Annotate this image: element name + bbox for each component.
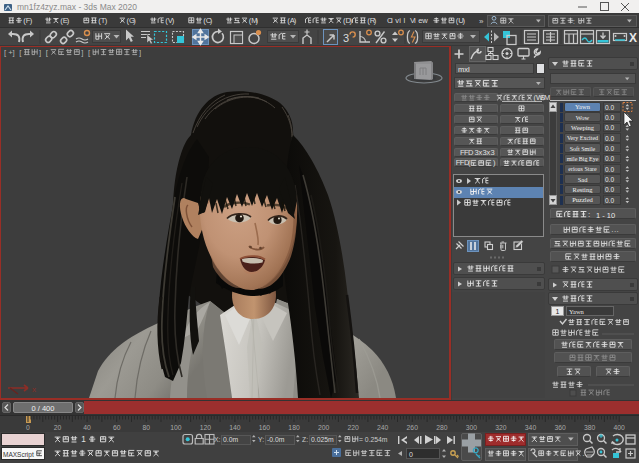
svg-text:i: i xyxy=(391,16,393,25)
svg-text:1: 1 xyxy=(81,435,86,444)
svg-text:= 0.254m: = 0.254m xyxy=(359,436,388,443)
svg-text:[: [ xyxy=(46,48,49,57)
svg-text:1: 1 xyxy=(556,308,560,315)
svg-text:mile Big Eye: mile Big Eye xyxy=(567,156,599,162)
svg-text:(: ( xyxy=(468,158,471,167)
svg-text:220: 220 xyxy=(347,424,359,431)
svg-text:1 - 10: 1 - 10 xyxy=(596,211,615,220)
svg-text:]: ] xyxy=(81,48,83,57)
svg-text:Puzzled: Puzzled xyxy=(572,196,593,203)
svg-text:X:: X: xyxy=(214,436,221,443)
svg-text:): ) xyxy=(67,16,70,25)
svg-text:360: 360 xyxy=(554,424,566,431)
svg-text:MAXScript: MAXScript xyxy=(3,451,34,459)
svg-text:]: ] xyxy=(12,48,14,57)
svg-text:Weeping: Weeping xyxy=(571,124,595,131)
svg-text:M: M xyxy=(544,93,550,102)
svg-text:[: [ xyxy=(4,48,7,57)
svg-text:Soft Smile: Soft Smile xyxy=(570,146,596,152)
svg-text:3: 3 xyxy=(343,32,349,44)
svg-text:0: 0 xyxy=(409,451,413,458)
svg-text:[: [ xyxy=(19,48,22,57)
svg-text:0.0: 0.0 xyxy=(605,155,614,162)
svg-text:300: 300 xyxy=(466,424,478,431)
svg-text:180: 180 xyxy=(288,424,300,431)
svg-text:): ) xyxy=(374,16,377,25)
svg-text:0.0: 0.0 xyxy=(605,104,614,111)
svg-text:160: 160 xyxy=(259,424,271,431)
svg-text:Z:: Z: xyxy=(302,436,308,443)
svg-text:Resting: Resting xyxy=(573,186,594,193)
svg-text:): ) xyxy=(133,16,136,25)
svg-text:»: » xyxy=(479,17,484,26)
svg-text:120: 120 xyxy=(200,424,212,431)
svg-text:0.0: 0.0 xyxy=(605,135,614,142)
svg-text:erious Stare: erious Stare xyxy=(568,166,597,172)
svg-text::: : xyxy=(588,210,590,219)
svg-text:100: 100 xyxy=(170,424,182,431)
svg-text:): ) xyxy=(255,16,258,25)
svg-text:380: 380 xyxy=(584,424,596,431)
svg-text:): ) xyxy=(105,16,108,25)
svg-text:[: [ xyxy=(88,48,91,57)
svg-text:0.025m: 0.025m xyxy=(311,436,334,443)
svg-text:Yawn: Yawn xyxy=(575,103,591,110)
svg-text:80: 80 xyxy=(142,424,150,431)
svg-text:D: D xyxy=(468,148,474,157)
svg-text:): ) xyxy=(493,158,496,167)
svg-text:): ) xyxy=(210,16,213,25)
svg-text:X: X xyxy=(629,31,637,45)
svg-text:Y:: Y: xyxy=(258,436,264,443)
svg-text:]: ] xyxy=(39,48,41,57)
svg-text:i: i xyxy=(414,16,416,25)
svg-text:0.0m: 0.0m xyxy=(223,436,238,443)
svg-text:260: 260 xyxy=(407,424,419,431)
svg-text:0.0: 0.0 xyxy=(605,145,614,152)
svg-text:0.0: 0.0 xyxy=(605,197,614,204)
svg-text:l: l xyxy=(403,16,405,25)
svg-text:40: 40 xyxy=(83,424,91,431)
svg-text:60: 60 xyxy=(113,424,121,431)
svg-text:mn1fz4zyz.max - 3ds Max 2020: mn1fz4zyz.max - 3ds Max 2020 xyxy=(17,2,137,12)
svg-text:320: 320 xyxy=(495,424,507,431)
svg-text:Very Excited: Very Excited xyxy=(567,135,598,141)
svg-text::: : xyxy=(573,18,575,25)
svg-text:400: 400 xyxy=(614,424,626,431)
svg-text:i: i xyxy=(399,16,401,25)
svg-text:0.0: 0.0 xyxy=(605,176,614,183)
svg-text:Sad: Sad xyxy=(578,176,589,183)
svg-text:]: ] xyxy=(139,48,141,57)
svg-text:0.0: 0.0 xyxy=(605,166,614,173)
svg-text:-0.0m: -0.0m xyxy=(267,436,285,443)
svg-text:0 / 400: 0 / 400 xyxy=(32,404,55,413)
svg-text:0.0: 0.0 xyxy=(605,124,614,131)
svg-text:20: 20 xyxy=(54,424,62,431)
svg-text:240: 240 xyxy=(377,424,389,431)
svg-text:): ) xyxy=(294,16,297,25)
svg-text:Wow: Wow xyxy=(576,114,590,121)
svg-text:mxl: mxl xyxy=(458,65,470,74)
svg-text:3: 3 xyxy=(491,148,495,157)
svg-text:): ) xyxy=(462,16,465,25)
svg-text:0: 0 xyxy=(26,424,30,431)
svg-text:280: 280 xyxy=(436,424,448,431)
svg-text:0.0: 0.0 xyxy=(605,114,614,121)
svg-text:140: 140 xyxy=(229,424,241,431)
svg-text:): ) xyxy=(172,16,175,25)
svg-text:340: 340 xyxy=(525,424,537,431)
svg-text:0.0: 0.0 xyxy=(605,186,614,193)
svg-text:w: w xyxy=(421,16,428,25)
svg-text:.: . xyxy=(617,225,619,234)
svg-text:200: 200 xyxy=(318,424,330,431)
svg-text:): ) xyxy=(30,16,33,25)
svg-text:Yawn: Yawn xyxy=(569,308,585,315)
